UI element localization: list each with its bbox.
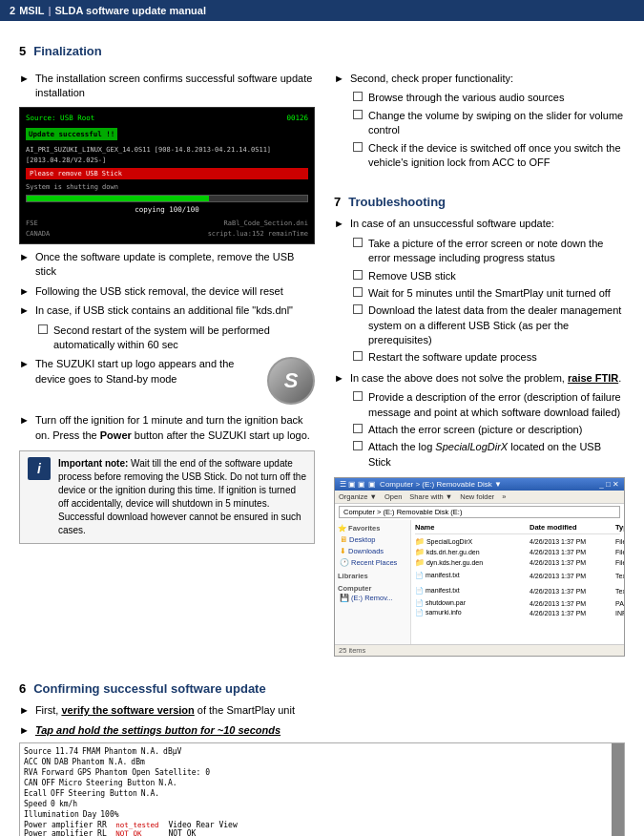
file-row-dyn: 📁 dyn.kds.her.gu.den 4/26/2013 1:37 PM F… [415, 557, 620, 568]
arrow-icon-2: ► [19, 251, 30, 262]
arrow-icon-4: ► [19, 304, 30, 316]
pipe: | [48, 5, 51, 16]
bullet-verify-sw: ► First, verify the software version of … [19, 703, 625, 718]
file-name-kds: 📁 kds.dri.her.gu.den [415, 548, 530, 556]
s-micro-label: Micro [59, 779, 82, 787]
settings-row-7: Illumination Day 100% [24, 810, 608, 819]
pa-rr: Power amplifier RR not_tested [24, 821, 158, 829]
fe-address: Computer > (E:) Removable Disk (E:) [339, 506, 620, 518]
checkbox-picture [353, 238, 363, 247]
folder-icon-kds: 📁 [415, 548, 425, 556]
screen-num: 00126 [286, 113, 308, 123]
screen-bottom-row2: CANADA script.lua:152 remainTime [26, 229, 308, 240]
bullet-remove-usb-text: Once the software update is complete, re… [35, 250, 315, 280]
settings-row-pa: Power amplifier RR not_tested Power ampl… [24, 821, 608, 836]
screen-mockup: Source: USB Root 00126 Update successful… [19, 107, 315, 244]
screen-canada: CANADA [26, 229, 50, 240]
arrow-icon-6-2: ► [19, 724, 30, 736]
fe-title-text: ☰ ▣ ▣ ▣ Computer > (E:) Removable Disk ▼ [340, 480, 502, 489]
settings-inner: Source 11.74 FMAM Phantom N.A. dBμV ACC … [20, 743, 612, 836]
pa-rr-val: not_tested [115, 821, 158, 829]
settings-row-4: CAN OFF Micro Steering Button N.A. [24, 779, 608, 787]
arrow-icon: ► [19, 73, 30, 84]
settings-row-3: RVA Forward GPS Phantom Open Satellite: … [24, 768, 608, 777]
review-label: Review [612, 743, 624, 836]
file-row-kds: 📁 kds.dri.her.gu.den 4/26/2013 1:37 PM F… [415, 547, 620, 557]
fe-libraries-label: Libraries [338, 572, 407, 580]
fe-recent: 🕐Recent Places [338, 557, 407, 568]
file-row-samurki: 📄 samurki.info 4/26/2013 1:37 PM INFO Fi… [415, 608, 620, 617]
bullet-ignition: ► Turn off the ignition for 1 minute and… [19, 413, 315, 443]
file-name-samurki: 📄 samurki.info [415, 609, 530, 617]
para2-text: In case the above does not solve the pro… [350, 372, 565, 384]
section-5-left: ► The installation screen confirms succe… [19, 72, 315, 657]
arrow-icon-6-1: ► [19, 704, 30, 716]
file-explorer: ☰ ▣ ▣ ▣ Computer > (E:) Removable Disk ▼… [334, 477, 625, 657]
file-date-4: 4/26/2013 1:37 PM [530, 573, 615, 579]
bullet-remove-usb: ► Once the software update is complete, … [19, 250, 315, 280]
s-speed-val: 0 [51, 800, 55, 808]
suzuki-circle: S [267, 357, 315, 405]
check-provide: Provide a description of the error (desc… [353, 390, 625, 420]
fe-status-text: 25 items [339, 646, 365, 655]
file-type-7: INFO File [615, 610, 624, 617]
fe-main: Name Date modified Type Size 📁 SpecialLo… [411, 520, 624, 644]
fe-organize[interactable]: Organize ▼ [339, 492, 377, 501]
section-5-right: ► Second, check proper functionality: Br… [334, 72, 625, 657]
settings-row-5: Ecall OFF Steering Button N.A. [24, 789, 608, 798]
file-date-3: 4/26/2013 1:37 PM [530, 559, 615, 566]
file-type-5: Text file [615, 588, 624, 595]
section-7-title: Troubleshooting [348, 195, 446, 209]
s-acc-val: ON [41, 758, 51, 766]
folder-icon-downloads: ⬇ [340, 547, 346, 555]
s-phantom-label: Phantom N.A. [104, 747, 159, 756]
fe-removable: 💾(E:) Remov... [338, 593, 407, 603]
fe-computer-label: Computer [338, 584, 407, 593]
fe-share[interactable]: Share with ▼ [409, 492, 452, 501]
bullet-install-text: The installation screen confirms success… [35, 72, 315, 101]
bullet-verify-text: First, verify the software version of th… [35, 703, 625, 718]
settings-display: Source 11.74 FMAM Phantom N.A. dBμV ACC … [19, 742, 625, 836]
bullet-reset-text: Following the USB stick removal, the dev… [35, 284, 315, 299]
fe-more[interactable]: » [502, 492, 506, 501]
screen-update-line: Update successful !! [26, 126, 308, 142]
check-download: Download the latest data from the dealer… [353, 303, 625, 347]
fe-downloads: ⬇Downloads [338, 546, 407, 556]
screen-source: Source: USB Root [26, 113, 94, 123]
video-rear-val: NOT OK [168, 829, 237, 836]
screen-copying: copying 100/100 [26, 204, 308, 215]
pa-rl-val: NOT OK [115, 829, 141, 836]
header-bar: 2 MSIL | SLDA software update manual [0, 0, 644, 21]
fe-col-type: Type [615, 523, 624, 532]
check-volume: Change the volume by swiping on the slid… [353, 109, 625, 138]
check-attach-screen-text: Attach the error screen (picture or desc… [368, 423, 582, 437]
checkbox-attach-log [353, 441, 363, 450]
check-list-troubleshoot: Take a picture of the error screen or no… [353, 237, 625, 366]
video-rear: Video Rear View [168, 821, 237, 829]
bullet-suzuki: ► The SUZUKI start up logo appears and t… [19, 357, 260, 387]
file-type-1: File folder [615, 538, 624, 545]
fe-open[interactable]: Open [384, 492, 402, 501]
check-list-restart: Second restart of the system will be per… [38, 324, 315, 353]
bullet-kds: ► In case, if USB stick contains an addi… [19, 303, 315, 318]
folder-icon-removable: 💾 [340, 594, 349, 602]
fe-titlebar: ☰ ▣ ▣ ▣ Computer > (E:) Removable Disk ▼… [335, 478, 624, 491]
checkbox-ignition [353, 142, 363, 152]
s-gps-val: Phantom Open Satellite: 0 [95, 768, 210, 777]
checkbox-attach-screen [353, 424, 363, 433]
fe-col-name: Name [415, 523, 530, 532]
arrow-icon-r1: ► [334, 73, 344, 84]
bullet-unsuccessful-text: In case of an unsuccessful software upda… [350, 217, 625, 231]
s-rva-val: Forward [41, 768, 73, 777]
check-restart-text: Second restart of the system will be per… [53, 324, 315, 353]
s-acc-label: ACC [24, 758, 37, 766]
arrow-icon-3: ► [19, 285, 30, 297]
bullet-check-functionality: ► Second, check proper functionality: [334, 72, 625, 86]
s-speed-label: Speed [24, 800, 47, 808]
fe-new-folder[interactable]: New folder [460, 492, 494, 501]
raise-ftir-text: raise FTIR [568, 372, 618, 384]
check-restart: Second restart of the system will be per… [38, 324, 315, 353]
s-dab-unit: dBm [131, 758, 144, 766]
s-source-val: 11.74 [55, 747, 78, 756]
section-5-title: Finalization [33, 44, 102, 58]
